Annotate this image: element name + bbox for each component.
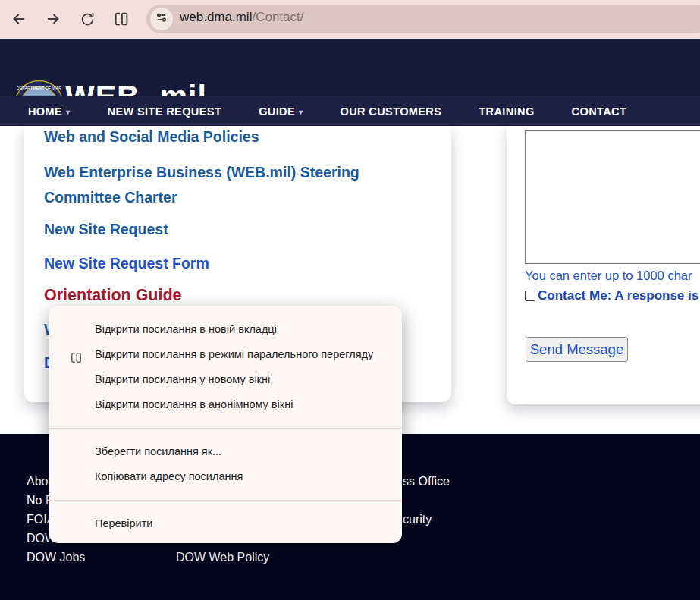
menu-item-save-link-as[interactable]: Зберегти посилання як... — [49, 439, 402, 464]
send-message-button[interactable]: Send Message — [526, 337, 628, 362]
nav-item-guide[interactable]: GUIDE▾ — [259, 105, 303, 118]
browser-toolbar: web.dma.mil/Contact/ — [0, 0, 700, 39]
nav-item-home[interactable]: HOME▾ — [28, 105, 71, 118]
back-arrow-icon — [11, 11, 27, 27]
address-bar[interactable]: web.dma.mil/Contact/ — [146, 5, 700, 33]
link-steering-committee-charter[interactable]: Web Enterprise Business (WEB.mil) Steeri… — [44, 160, 427, 210]
contact-me-label: Contact Me: A response is — [538, 288, 698, 303]
split-view-icon — [113, 11, 130, 27]
contact-me-row: Contact Me: A response is — [525, 288, 698, 303]
footer-link-press-office-fragment[interactable]: ss Office — [403, 475, 450, 488]
footer-link-about[interactable]: Abo — [27, 475, 48, 488]
footer-link-dow-jobs[interactable]: DOW Jobs — [27, 551, 85, 564]
nav-item-training[interactable]: TRAINING — [479, 105, 534, 118]
url-text[interactable]: web.dma.mil/Contact/ — [180, 10, 303, 25]
chevron-down-icon: ▾ — [299, 108, 303, 116]
forward-button[interactable] — [40, 6, 66, 32]
browser-window: web.dma.mil/Contact/ DEPARTMENT OF WAR W… — [0, 0, 700, 600]
url-host: web.dma.mil — [180, 10, 252, 24]
menu-separator — [49, 428, 402, 429]
menu-item-copy-link-address[interactable]: Копіювати адресу посилання — [49, 464, 402, 489]
footer-link-security-fragment[interactable]: curity — [403, 513, 432, 526]
link-new-site-request-form[interactable]: New Site Request Form — [44, 255, 209, 272]
tune-icon — [155, 11, 168, 27]
link-new-site-request[interactable]: New Site Request — [44, 221, 168, 238]
menu-separator — [49, 500, 402, 501]
svg-text:DEPARTMENT OF WAR: DEPARTMENT OF WAR — [17, 86, 62, 90]
link-context-menu: Відкрити посилання в новій вкладці Відкр… — [49, 306, 402, 543]
site-info-button[interactable] — [150, 8, 173, 30]
nav-item-new-site-request[interactable]: NEW SITE REQUEST — [108, 105, 222, 118]
back-button[interactable] — [6, 6, 32, 32]
menu-item-open-new-tab[interactable]: Відкрити посилання в новій вкладці — [49, 317, 402, 342]
contact-me-checkbox[interactable] — [525, 291, 535, 301]
nav-item-contact[interactable]: CONTACT — [572, 105, 627, 118]
link-orientation-guide[interactable]: Orientation Guide — [44, 286, 182, 305]
main-nav: HOME▾ NEW SITE REQUEST GUIDE▾ OUR CUSTOM… — [0, 96, 700, 126]
menu-item-open-new-window[interactable]: Відкрити посилання у новому вікні — [49, 367, 402, 392]
message-caption: You can enter up to 1000 char — [525, 269, 692, 283]
footer-link-dow-web-policy[interactable]: DOW Web Policy — [176, 551, 269, 564]
site-header: DEPARTMENT OF WAR WEB mil Web Enterprise… — [0, 39, 700, 96]
nav-item-our-customers[interactable]: OUR CUSTOMERS — [340, 105, 441, 118]
chevron-down-icon: ▾ — [66, 108, 70, 116]
message-textarea[interactable] — [525, 130, 700, 264]
menu-item-open-split-view[interactable]: Відкрити посилання в режимі паралельного… — [49, 342, 402, 367]
forward-arrow-icon — [45, 11, 61, 27]
menu-item-open-incognito[interactable]: Відкрити посилання в анонімному вікні — [49, 392, 402, 417]
reload-icon — [80, 11, 96, 27]
reload-button[interactable] — [74, 6, 100, 32]
split-view-button[interactable] — [108, 6, 134, 32]
menu-item-inspect[interactable]: Перевірити — [49, 511, 402, 536]
link-web-social-media-policies[interactable]: Web and Social Media Policies — [44, 128, 259, 146]
url-path: /Contact/ — [252, 10, 303, 24]
